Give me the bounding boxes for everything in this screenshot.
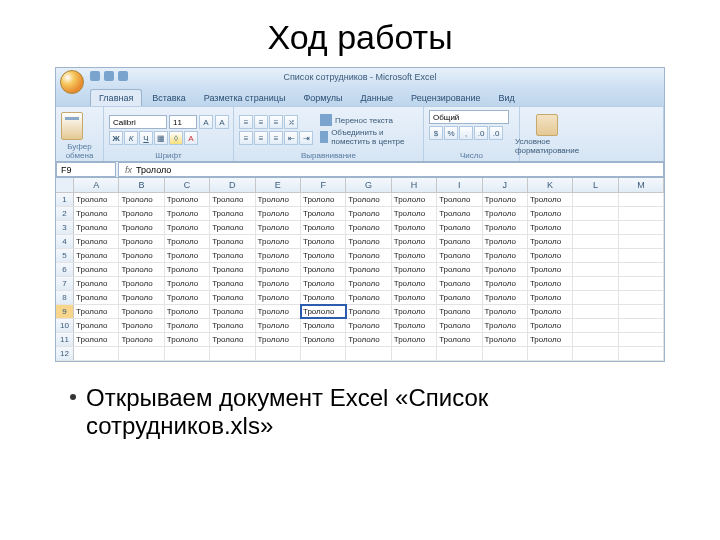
- col-header-D[interactable]: D: [210, 178, 255, 192]
- cell-D9[interactable]: Трололо: [210, 305, 255, 318]
- align-left-button[interactable]: ≡: [239, 131, 253, 145]
- italic-button[interactable]: К: [124, 131, 138, 145]
- tab-Формулы[interactable]: Формулы: [295, 90, 350, 106]
- cell-K11[interactable]: Трололо: [528, 333, 573, 346]
- cell-F4[interactable]: Трололо: [301, 235, 346, 248]
- fill-color-button[interactable]: ◊: [169, 131, 183, 145]
- cell-I9[interactable]: Трололо: [437, 305, 482, 318]
- cell-I1[interactable]: Трололо: [437, 193, 482, 206]
- cell-F1[interactable]: Трололо: [301, 193, 346, 206]
- cell-J10[interactable]: Трололо: [483, 319, 528, 332]
- conditional-format-button[interactable]: Условное форматирование: [525, 114, 569, 155]
- cell-I7[interactable]: Трололо: [437, 277, 482, 290]
- cell-G1[interactable]: Трололо: [346, 193, 391, 206]
- tab-Вид[interactable]: Вид: [491, 90, 523, 106]
- cell-H4[interactable]: Трололо: [392, 235, 437, 248]
- cell-M11[interactable]: [619, 333, 664, 346]
- col-header-L[interactable]: L: [573, 178, 618, 192]
- cell-G4[interactable]: Трололо: [346, 235, 391, 248]
- cell-I6[interactable]: Трололо: [437, 263, 482, 276]
- cell-D11[interactable]: Трололо: [210, 333, 255, 346]
- paste-icon[interactable]: [61, 112, 83, 140]
- cell-A4[interactable]: Трололо: [74, 235, 119, 248]
- cell-E4[interactable]: Трололо: [256, 235, 301, 248]
- row-header-1[interactable]: 1: [56, 193, 74, 206]
- cell-D8[interactable]: Трололо: [210, 291, 255, 304]
- bold-button[interactable]: Ж: [109, 131, 123, 145]
- tab-Главная[interactable]: Главная: [90, 89, 142, 106]
- cell-D3[interactable]: Трололо: [210, 221, 255, 234]
- cell-G3[interactable]: Трололо: [346, 221, 391, 234]
- cell-J12[interactable]: [483, 347, 528, 360]
- formula-bar[interactable]: fx Трололо: [118, 162, 664, 177]
- cell-L8[interactable]: [573, 291, 618, 304]
- cell-C8[interactable]: Трололо: [165, 291, 210, 304]
- cell-K9[interactable]: Трололо: [528, 305, 573, 318]
- cell-L5[interactable]: [573, 249, 618, 262]
- cell-E2[interactable]: Трололо: [256, 207, 301, 220]
- cell-G6[interactable]: Трололо: [346, 263, 391, 276]
- cell-C9[interactable]: Трололо: [165, 305, 210, 318]
- cell-M12[interactable]: [619, 347, 664, 360]
- col-header-F[interactable]: F: [301, 178, 346, 192]
- cell-M5[interactable]: [619, 249, 664, 262]
- cell-M8[interactable]: [619, 291, 664, 304]
- cell-K5[interactable]: Трололо: [528, 249, 573, 262]
- cell-L10[interactable]: [573, 319, 618, 332]
- cell-K2[interactable]: Трололо: [528, 207, 573, 220]
- cell-A1[interactable]: Трололо: [74, 193, 119, 206]
- col-header-C[interactable]: C: [165, 178, 210, 192]
- cell-I11[interactable]: Трололо: [437, 333, 482, 346]
- cell-J11[interactable]: Трололо: [483, 333, 528, 346]
- align-right-button[interactable]: ≡: [269, 131, 283, 145]
- cell-K12[interactable]: [528, 347, 573, 360]
- inc-decimal-button[interactable]: .0: [474, 126, 488, 140]
- cell-K6[interactable]: Трололо: [528, 263, 573, 276]
- cell-C12[interactable]: [165, 347, 210, 360]
- cell-F7[interactable]: Трололо: [301, 277, 346, 290]
- cell-B6[interactable]: Трололо: [119, 263, 164, 276]
- cell-E10[interactable]: Трололо: [256, 319, 301, 332]
- cell-A11[interactable]: Трололо: [74, 333, 119, 346]
- cell-E5[interactable]: Трололо: [256, 249, 301, 262]
- cell-G10[interactable]: Трололо: [346, 319, 391, 332]
- cell-A8[interactable]: Трололо: [74, 291, 119, 304]
- cell-M7[interactable]: [619, 277, 664, 290]
- col-header-K[interactable]: K: [528, 178, 573, 192]
- cell-K10[interactable]: Трололо: [528, 319, 573, 332]
- cell-F3[interactable]: Трололо: [301, 221, 346, 234]
- cell-H8[interactable]: Трололо: [392, 291, 437, 304]
- cell-M9[interactable]: [619, 305, 664, 318]
- cell-I4[interactable]: Трололо: [437, 235, 482, 248]
- cell-E12[interactable]: [256, 347, 301, 360]
- cell-A5[interactable]: Трололо: [74, 249, 119, 262]
- cell-F2[interactable]: Трололо: [301, 207, 346, 220]
- cell-E8[interactable]: Трололо: [256, 291, 301, 304]
- cell-A2[interactable]: Трололо: [74, 207, 119, 220]
- cell-H1[interactable]: Трололо: [392, 193, 437, 206]
- cell-A7[interactable]: Трололо: [74, 277, 119, 290]
- cell-E7[interactable]: Трололо: [256, 277, 301, 290]
- cell-D5[interactable]: Трололо: [210, 249, 255, 262]
- row-header-9[interactable]: 9: [56, 305, 74, 318]
- col-header-J[interactable]: J: [483, 178, 528, 192]
- cell-D6[interactable]: Трололо: [210, 263, 255, 276]
- font-name-combo[interactable]: Calibri: [109, 115, 167, 129]
- cell-D2[interactable]: Трололо: [210, 207, 255, 220]
- col-header-E[interactable]: E: [256, 178, 301, 192]
- name-box[interactable]: F9: [56, 162, 116, 177]
- cell-I10[interactable]: Трололо: [437, 319, 482, 332]
- cell-M1[interactable]: [619, 193, 664, 206]
- cell-C7[interactable]: Трололо: [165, 277, 210, 290]
- cell-B12[interactable]: [119, 347, 164, 360]
- cell-F12[interactable]: [301, 347, 346, 360]
- cell-H7[interactable]: Трололо: [392, 277, 437, 290]
- cell-K3[interactable]: Трололо: [528, 221, 573, 234]
- quick-access-toolbar[interactable]: [90, 71, 128, 81]
- cell-A12[interactable]: [74, 347, 119, 360]
- cell-H3[interactable]: Трололо: [392, 221, 437, 234]
- cell-H2[interactable]: Трололо: [392, 207, 437, 220]
- cell-J3[interactable]: Трололо: [483, 221, 528, 234]
- shrink-font-button[interactable]: A: [215, 115, 229, 129]
- tab-Данные[interactable]: Данные: [353, 90, 402, 106]
